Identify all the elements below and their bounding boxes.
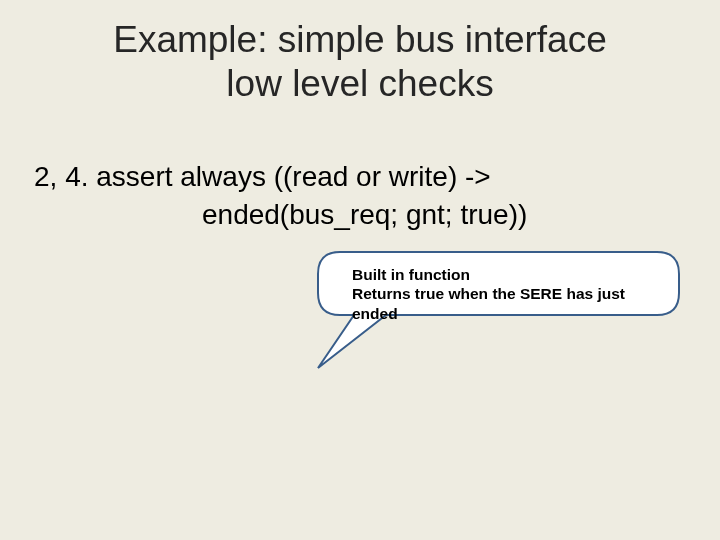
- title-line-2: low level checks: [226, 63, 493, 104]
- slide-title: Example: simple bus interface low level …: [0, 18, 720, 105]
- slide-body: 2, 4. assert always ((read or write) -> …: [34, 158, 684, 234]
- slide: Example: simple bus interface low level …: [0, 0, 720, 540]
- body-line-2: ended(bus_req; gnt; true)): [34, 196, 684, 234]
- body-line-1: 2, 4. assert always ((read or write) ->: [34, 158, 684, 196]
- callout-line-2: Returns true when the SERE has just ende…: [352, 284, 652, 323]
- title-line-1: Example: simple bus interface: [113, 19, 607, 60]
- callout-line-1: Built in function: [352, 265, 652, 284]
- callout-text: Built in function Returns true when the …: [352, 265, 652, 323]
